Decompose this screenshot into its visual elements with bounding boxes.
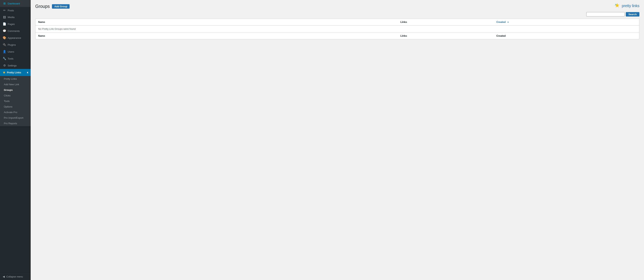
groups-table-wrap: Name Links Created ▼ No Pretty Link Grou… xyxy=(35,19,640,39)
sidebar-item-label: Tools xyxy=(8,57,14,60)
table-body: No Pretty Link Groups were found xyxy=(36,26,639,33)
page-header: Groups Add Group xyxy=(35,4,640,9)
sidebar-item-label: Dashboard xyxy=(8,2,20,5)
sort-arrow-icon: ▼ xyxy=(507,21,509,23)
settings-icon: ⚙ xyxy=(3,64,6,67)
sidebar-item-label: Media xyxy=(8,16,14,19)
pretty-links-arrow-icon xyxy=(27,72,28,74)
search-input[interactable] xyxy=(586,12,625,17)
sidebar-item-label: Plugins xyxy=(8,43,16,46)
sidebar-item-label: Posts xyxy=(8,9,14,12)
groups-table: Name Links Created ▼ No Pretty Link Grou… xyxy=(36,19,639,39)
column-header-created[interactable]: Created ▼ xyxy=(494,19,639,26)
sidebar-item-label: Appearance xyxy=(8,37,21,39)
appearance-icon: 🎨 xyxy=(3,36,6,40)
sidebar-item-dashboard[interactable]: ⊞ Dashboard xyxy=(0,0,31,7)
footer-column-links: Links xyxy=(398,33,494,39)
collapse-label: Collapse menu xyxy=(6,275,23,278)
posts-icon: ✏ xyxy=(3,9,6,12)
table-header: Name Links Created ▼ xyxy=(36,19,639,26)
add-group-button[interactable]: Add Group xyxy=(52,4,70,9)
submenu-item-groups[interactable]: Groups xyxy=(0,87,31,93)
column-header-links[interactable]: Links xyxy=(398,19,494,26)
dashboard-icon: ⊞ xyxy=(3,2,6,5)
sidebar-item-pages[interactable]: 📄 Pages xyxy=(0,21,31,28)
footer-column-name: Name xyxy=(36,33,398,39)
sidebar-item-tools[interactable]: 🔧 Tools xyxy=(0,55,31,62)
submenu-item-add-new-link[interactable]: Add New Link xyxy=(0,82,31,87)
page-title: Groups xyxy=(35,4,50,9)
no-results-message: No Pretty Link Groups were found xyxy=(36,26,639,33)
collapse-icon: ◀ xyxy=(3,275,5,278)
main-content: pretty links Groups Add Group Search Nam… xyxy=(31,0,644,280)
sidebar-item-settings[interactable]: ⚙ Settings xyxy=(0,62,31,69)
table-row-no-results: No Pretty Link Groups were found xyxy=(36,26,639,33)
pretty-links-label: Pretty Links xyxy=(7,71,21,74)
pretty-links-section: ★ Pretty Links Pretty Links Add New Link… xyxy=(0,69,31,126)
sidebar-item-label: Comments xyxy=(8,30,20,33)
pretty-links-logo: pretty links xyxy=(614,2,640,9)
sidebar-item-label: Settings xyxy=(8,64,17,67)
logo-text: pretty links xyxy=(622,4,640,8)
pretty-links-submenu: Pretty Links Add New Link Groups Clicks … xyxy=(0,76,31,126)
comments-icon: 💬 xyxy=(3,29,6,33)
footer-column-created: Created xyxy=(494,33,639,39)
sidebar-item-posts[interactable]: ✏ Posts xyxy=(0,7,31,14)
users-icon: 👤 xyxy=(3,50,6,53)
sidebar-item-users[interactable]: 👤 Users xyxy=(0,48,31,55)
submenu-item-pretty-links[interactable]: Pretty Links xyxy=(0,76,31,82)
pretty-links-star-icon: ★ xyxy=(3,71,5,74)
tools-icon: 🔧 xyxy=(3,57,6,60)
sidebar-item-label: Users xyxy=(8,50,14,53)
submenu-item-tools[interactable]: Tools xyxy=(0,98,31,104)
sidebar: ⊞ Dashboard ✏ Posts 🖼 Media 📄 Pages 💬 Co… xyxy=(0,0,31,280)
sidebar-item-comments[interactable]: 💬 Comments xyxy=(0,28,31,34)
sidebar-item-appearance[interactable]: 🎨 Appearance xyxy=(0,34,31,41)
submenu-item-options[interactable]: Options xyxy=(0,104,31,109)
collapse-menu-button[interactable]: ◀ Collapse menu xyxy=(0,273,31,280)
table-footer: Name Links Created xyxy=(36,33,639,39)
sidebar-item-media[interactable]: 🖼 Media xyxy=(0,14,31,21)
pretty-links-nav-item[interactable]: ★ Pretty Links xyxy=(0,69,31,76)
submenu-item-clicks[interactable]: Clicks xyxy=(0,93,31,98)
nav-items: ⊞ Dashboard ✏ Posts 🖼 Media 📄 Pages 💬 Co… xyxy=(0,0,31,69)
submenu-item-pro-reports[interactable]: Pro Reports xyxy=(0,121,31,126)
pages-icon: 📄 xyxy=(3,22,6,26)
search-button[interactable]: Search xyxy=(626,12,640,17)
plugins-icon: 🔌 xyxy=(3,43,6,47)
submenu-item-pro-import-export[interactable]: Pro Import/Export xyxy=(0,115,31,121)
sidebar-item-plugins[interactable]: 🔌 Plugins xyxy=(0,41,31,48)
column-header-name[interactable]: Name xyxy=(36,19,398,26)
logo-star-icon xyxy=(614,2,620,9)
submenu-item-activate-pro[interactable]: Activate Pro xyxy=(0,109,31,115)
media-icon: 🖼 xyxy=(3,16,6,19)
sidebar-item-label: Pages xyxy=(8,23,15,26)
search-bar: Search xyxy=(35,12,640,17)
